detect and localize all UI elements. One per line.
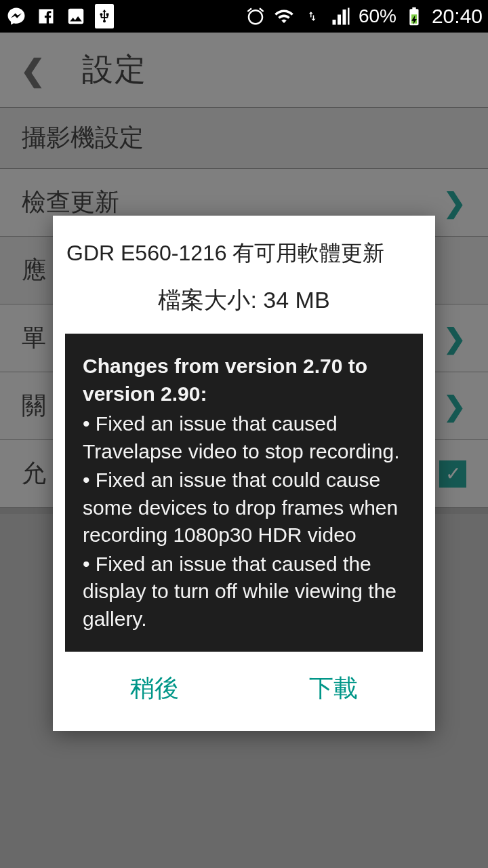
dialog-changelog: Changes from version 2.70 to version 2.9… xyxy=(65,334,423,652)
changelog-item: • Fixed an issue that caused the display… xyxy=(83,551,405,633)
data-updown-icon xyxy=(302,5,323,27)
photo-icon xyxy=(65,5,87,27)
changelog-item: • Fixed an issue that caused Travelapse … xyxy=(83,410,405,465)
usb-icon xyxy=(95,4,114,28)
battery-percent: 60% xyxy=(359,5,396,27)
wifi-icon xyxy=(273,5,295,27)
changelog-heading: Changes from version 2.70 to version 2.9… xyxy=(83,353,405,408)
alarm-icon xyxy=(245,5,266,27)
changelog-item: • Fixed an issue that could cause some d… xyxy=(83,467,405,549)
clock-time: 20:40 xyxy=(432,5,483,28)
status-bar: 60% 20:40 xyxy=(0,0,488,33)
battery-icon xyxy=(403,5,425,27)
dialog-title: GDR E560-1216 有可用軟體更新 xyxy=(66,239,422,269)
facebook-icon xyxy=(35,5,57,27)
dialog-filesize: 檔案大小: 34 MB xyxy=(65,285,423,316)
update-dialog: GDR E560-1216 有可用軟體更新 檔案大小: 34 MB Change… xyxy=(53,216,435,731)
download-button[interactable]: 下載 xyxy=(309,672,358,705)
later-button[interactable]: 稍後 xyxy=(130,672,179,705)
messenger-icon xyxy=(5,5,27,27)
signal-icon xyxy=(330,5,352,27)
